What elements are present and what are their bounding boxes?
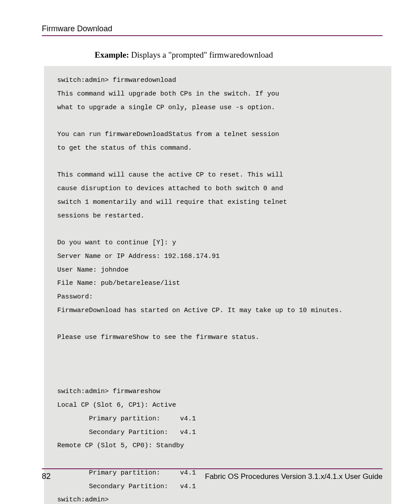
footer-doc-title: Fabric OS Procedures Version 3.1.x/4.1.x… — [205, 472, 383, 481]
code-block: switch:admin> firmwaredownload This comm… — [44, 66, 391, 504]
example-label: Example: — [95, 50, 129, 59]
example-heading: Example: Displays a "prompted" firmwared… — [95, 50, 383, 60]
section-title: Firmware Download — [42, 24, 383, 33]
page-number: 82 — [42, 472, 51, 481]
page-footer: 82 Fabric OS Procedures Version 3.1.x/4.… — [42, 468, 383, 481]
page-header: Firmware Download — [42, 24, 383, 36]
example-description: Displays a "prompted" firmwaredownload — [129, 50, 273, 59]
